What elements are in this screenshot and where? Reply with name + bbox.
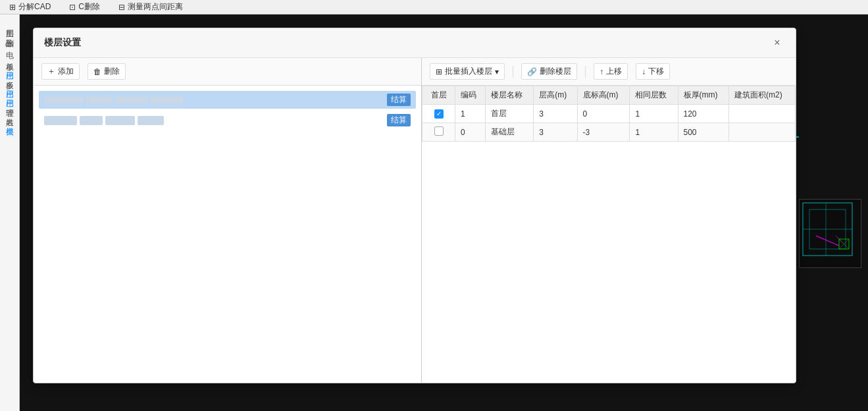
delete-floor-icon: 🔗: [527, 67, 537, 76]
floor-height-2[interactable]: 3: [534, 123, 577, 142]
list-item-content: [44, 116, 387, 125]
c-delete-label: C删除: [78, 1, 100, 13]
batch-insert-label: 批量插入楼层: [445, 66, 492, 77]
sidebar-item-name[interactable]: 姓名: [1, 108, 18, 116]
sidebar-item-board[interactable]: 单板: [1, 53, 18, 61]
floor-board-thickness-2[interactable]: 500: [678, 123, 729, 142]
th-height: 层高(m): [534, 86, 577, 105]
dialog-close-button[interactable]: ×: [769, 35, 785, 51]
dropdown-icon: ▾: [495, 67, 499, 76]
move-down-button[interactable]: ↓ 下移: [636, 63, 670, 80]
floor-code-2[interactable]: 0: [455, 123, 486, 142]
table-header: 首层 编码 楼层名称 层高(m): [422, 86, 796, 105]
sidebar-item-manage[interactable]: 管理: [1, 99, 18, 107]
delete-icon: 🗑: [93, 67, 101, 76]
delete-floor-button[interactable]: 🔗 删除楼层: [521, 63, 577, 80]
floor-name-1[interactable]: 首层: [486, 105, 534, 123]
list-item[interactable]: 结算: [39, 111, 416, 129]
base-floor-checkbox[interactable]: [434, 126, 444, 136]
add-button[interactable]: ＋ 添加: [41, 63, 80, 80]
th-name: 楼层名称: [486, 86, 534, 105]
tag-jiesuan-1: 结算: [387, 94, 411, 106]
delete-button[interactable]: 🗑 删除: [88, 63, 126, 80]
list-item-text1: [44, 116, 77, 125]
floor-settings-dialog: 楼层设置 × ＋ 添加 🗑 删除: [33, 28, 796, 383]
left-panel-list: 结算 结算: [34, 86, 421, 383]
c-delete-icon: ⊡: [69, 3, 76, 12]
th-same-count: 相同层数: [630, 86, 678, 105]
th-building-area: 建筑面积(m2): [729, 86, 796, 105]
batch-insert-icon: ⊞: [436, 67, 442, 76]
floor-building-area-1[interactable]: [729, 105, 796, 123]
first-floor-checkbox-cell: ✓: [422, 105, 455, 123]
move-up-icon: ↑: [600, 67, 603, 76]
sidebar-item-delete[interactable]: 删除: [1, 29, 18, 37]
dialog-body: ＋ 添加 🗑 删除: [34, 58, 796, 383]
left-panel-toolbar: ＋ 添加 🗑 删除: [34, 58, 421, 86]
floor-height-1[interactable]: 3: [534, 105, 577, 123]
list-item-text3: [115, 96, 148, 105]
move-up-label: 上移: [606, 66, 622, 77]
measure-icon: ⊟: [118, 3, 125, 12]
floor-same-count-1[interactable]: 1: [630, 105, 678, 123]
c-delete-button[interactable]: ⊡ C删除: [65, 0, 104, 14]
dialog-title: 楼层设置: [44, 37, 81, 49]
measure-distance-button[interactable]: ⊟ 测量两点间距离: [115, 0, 187, 14]
right-panel-toolbar: ⊞ 批量插入楼层 ▾ 🔗 删除楼层 ↑ 上移 ↓: [422, 58, 796, 86]
floor-name-2[interactable]: 基础层: [486, 123, 534, 142]
list-item-content: [44, 96, 387, 105]
th-code: 编码: [455, 86, 486, 105]
sidebar-item-used3[interactable]: 已用: [1, 90, 18, 97]
floor-board-thickness-1[interactable]: 120: [678, 105, 729, 123]
table-row[interactable]: 0 基础层 3 -3 1 500: [422, 123, 796, 142]
decompose-cad-icon: ⊞: [9, 3, 16, 12]
list-item-text4: [138, 116, 164, 125]
list-item-text4: [151, 96, 184, 105]
toolbar-separator2: [585, 66, 586, 78]
th-board-thickness: 板厚(mm): [678, 86, 729, 105]
th-base-elevation: 底标高(m): [577, 86, 630, 105]
table-row[interactable]: ✓ 1 首层 3 0 1 120: [422, 105, 796, 123]
right-panel: ⊞ 批量插入楼层 ▾ 🔗 删除楼层 ↑ 上移 ↓: [422, 58, 796, 383]
floor-code-1[interactable]: 1: [455, 105, 486, 123]
list-item[interactable]: 结算: [39, 91, 416, 109]
add-label: 添加: [58, 66, 74, 77]
move-up-button[interactable]: ↑ 上移: [594, 63, 628, 80]
add-icon: ＋: [47, 66, 55, 77]
left-panel: ＋ 添加 🗑 删除: [34, 58, 422, 383]
dialog-title-bar: 楼层设置 ×: [34, 28, 796, 58]
delete-floor-label: 删除楼层: [540, 66, 571, 77]
sidebar-item-electric[interactable]: (电): [1, 38, 18, 51]
decompose-cad-button[interactable]: ⊞ 分解CAD: [5, 0, 55, 14]
list-item-text2: [86, 96, 113, 105]
move-down-label: 下移: [648, 66, 664, 77]
tag-jiesuan-2: 结算: [387, 114, 411, 126]
floor-same-count-2[interactable]: 1: [630, 123, 678, 142]
toolbar-separator: [513, 66, 513, 78]
top-toolbar: ⊞ 分解CAD ⊡ C删除 ⊟ 测量两点间距离: [0, 0, 868, 14]
table-container: 首层 编码 楼层名称 层高(m): [422, 86, 796, 142]
delete-label: 删除: [104, 66, 120, 77]
measure-distance-label: 测量两点间距离: [128, 1, 183, 13]
move-down-icon: ↓: [642, 67, 646, 76]
floor-base-elevation-2[interactable]: -3: [577, 123, 630, 142]
sidebar-item-used2[interactable]: 已用: [1, 80, 18, 88]
floor-table: 首层 编码 楼层名称 层高(m): [422, 86, 796, 142]
batch-insert-button[interactable]: ⊞ 批量插入楼层 ▾: [430, 63, 505, 80]
sidebar-item-multi[interactable]: 多板: [1, 71, 18, 79]
dialog-overlay: 楼层设置 × ＋ 添加 🗑 删除: [20, 14, 868, 411]
sidebar-item-root[interactable]: 根类: [1, 117, 18, 125]
list-item-text3: [105, 116, 135, 125]
first-floor-checkbox[interactable]: ✓: [434, 109, 444, 119]
left-sidebar: 图层 删除 (电) 单板 已用 多板 已用 已用 管理 姓名 根类: [0, 14, 20, 411]
floor-base-elevation-1[interactable]: 0: [577, 105, 630, 123]
sidebar-item-layer[interactable]: 图层: [1, 20, 18, 28]
list-item-text1: [44, 96, 84, 105]
decompose-cad-label: 分解CAD: [18, 1, 51, 13]
sidebar-item-used1[interactable]: 已用: [1, 62, 18, 70]
floor-building-area-2[interactable]: [729, 123, 796, 142]
table-body: ✓ 1 首层 3 0 1 120: [422, 105, 796, 142]
list-item-text2: [80, 116, 103, 125]
base-floor-checkbox-cell: [422, 123, 455, 142]
th-first-floor: 首层: [422, 86, 455, 105]
